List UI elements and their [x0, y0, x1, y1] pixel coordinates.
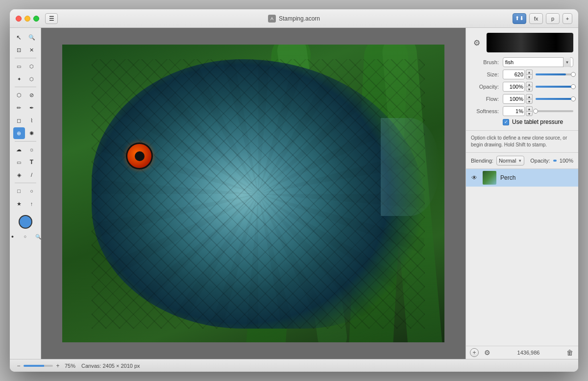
layer-item[interactable]: 👁 Perch	[466, 169, 578, 187]
arrow-shape-tool[interactable]: ↑	[26, 198, 38, 210]
flow-up[interactable]: ▲	[526, 94, 533, 99]
fish-eye	[126, 143, 153, 169]
tools-button[interactable]: ⬆⬇	[513, 13, 526, 24]
brush-dropdown[interactable]: fish ▼	[503, 57, 573, 67]
gear-icon[interactable]: ⚙	[471, 37, 483, 48]
arrow-tool[interactable]: ↖	[13, 31, 25, 43]
flow-input[interactable]	[503, 94, 525, 104]
layer-name: Perch	[500, 174, 574, 181]
size-up[interactable]: ▲	[526, 70, 533, 74]
layer-visibility-toggle[interactable]: 👁	[470, 173, 479, 182]
freehand-select-tool[interactable]: ⬡	[26, 73, 38, 85]
eraser-tool[interactable]: ◻	[13, 115, 25, 126]
sidebar-toggle-button[interactable]: ☰	[45, 13, 58, 24]
brush-value: fish	[505, 59, 514, 65]
blending-label: Blending:	[471, 158, 493, 164]
opacity-down[interactable]: ▼	[526, 87, 533, 92]
tool-row-1: ↖ 🔍	[10, 31, 41, 44]
foreground-color[interactable]	[19, 215, 32, 229]
cloud-tool[interactable]: ☁	[13, 143, 25, 155]
tool-row-3: ▭ ⬡	[10, 60, 41, 72]
smudge-tool[interactable]: ⌇	[26, 115, 38, 126]
opacity-slider-thumb[interactable]	[571, 84, 576, 89]
softness-label: Softness:	[471, 108, 503, 114]
line-tool[interactable]: /	[26, 169, 38, 181]
layer-opacity-slider[interactable]	[553, 160, 557, 162]
size-slider-thumb[interactable]	[571, 72, 576, 77]
brighten-tool[interactable]: ☼	[26, 143, 38, 155]
softness-slider-thumb[interactable]	[533, 109, 538, 114]
app-window: ☰ A Stamping.acorn ⬆⬇ fx p + ↖ �	[10, 9, 578, 372]
zoom-percent: 75%	[65, 363, 75, 369]
opacity-up[interactable]: ▲	[526, 82, 533, 87]
deselect-tool[interactable]: ✕	[26, 44, 38, 56]
layer-thumbnail	[483, 171, 496, 185]
pen-tool[interactable]: ✒	[26, 102, 38, 114]
fx-button[interactable]: fx	[529, 13, 543, 24]
fx-label: fx	[534, 16, 539, 22]
zoom-slider[interactable]	[24, 365, 53, 367]
titlebar-right: ⬆⬇ fx p +	[513, 13, 572, 24]
maximize-button[interactable]	[33, 16, 39, 22]
opacity-slider[interactable]	[536, 86, 573, 88]
zoom-minus-button[interactable]: −	[16, 362, 22, 369]
statusbar: − + 75% Canvas: 2405 × 2010 px	[10, 359, 578, 372]
add-layer-button[interactable]: +	[470, 348, 479, 357]
brush-dropdown-arrow[interactable]: ▼	[563, 57, 571, 67]
crop-tool[interactable]: ⊡	[13, 44, 25, 56]
layer-settings-button[interactable]: ⚙	[483, 348, 491, 357]
add-panel-button[interactable]: +	[563, 13, 572, 24]
zoom-slider-area: − + 75%	[16, 362, 75, 369]
file-icon: A	[268, 15, 276, 23]
softness-up[interactable]: ▲	[526, 106, 533, 111]
right-panel: ⚙ Brush: fish ▼ Size:	[466, 28, 578, 359]
plus-icon: +	[566, 16, 569, 22]
blending-select[interactable]: Normal ▼	[496, 156, 524, 166]
opacity-stepper: ▲ ▼	[526, 82, 533, 92]
opacity-input[interactable]	[503, 82, 525, 92]
tool-row-6: ✏ ✒	[10, 101, 41, 114]
softness-down[interactable]: ▼	[526, 111, 533, 116]
titlebar-center: A Stamping.acorn	[268, 15, 320, 23]
ellipse-shape-tool[interactable]: ○	[26, 185, 38, 197]
blending-dropdown-arrow: ▼	[518, 159, 522, 163]
text-tool[interactable]: T	[26, 156, 38, 168]
p-button[interactable]: p	[546, 13, 560, 24]
heal-tool[interactable]: ✺	[26, 127, 38, 139]
flow-down[interactable]: ▼	[526, 99, 533, 104]
stamp-tool[interactable]: ⊕	[13, 127, 25, 139]
close-button[interactable]	[16, 16, 22, 22]
rect-fill-tool[interactable]: ▭	[13, 156, 25, 168]
eyedropper-tool[interactable]: ⊘	[26, 89, 38, 101]
flow-slider[interactable]	[536, 98, 573, 100]
size-slider[interactable]	[536, 73, 573, 75]
magic-wand-tool[interactable]: ✦	[13, 73, 25, 85]
rect-shape-tool[interactable]: □	[13, 185, 25, 197]
star-tool[interactable]: ★	[13, 198, 25, 210]
layer-thumb-inner	[483, 171, 496, 185]
canvas-area[interactable]	[41, 28, 466, 359]
softness-slider[interactable]	[536, 110, 573, 112]
flow-label: Flow:	[471, 96, 503, 102]
rect-select-tool[interactable]: ▭	[13, 60, 25, 72]
paint-bucket-tool[interactable]: ⬡	[13, 89, 25, 101]
zoom-tool[interactable]: 🔍	[26, 31, 38, 43]
tablet-pressure-checkbox[interactable]	[503, 119, 509, 125]
zoom-fit[interactable]: ○	[20, 231, 31, 242]
zoom-out-small[interactable]: ●	[10, 231, 19, 242]
toolbar: ↖ 🔍 ⊡ ✕ ▭ ⬡ ✦ ⬡ ⬡ ⊘ ✏ ✒	[10, 28, 41, 359]
size-input[interactable]	[503, 70, 525, 79]
pencil-tool[interactable]: ✏	[13, 102, 25, 114]
flow-slider-thumb[interactable]	[571, 96, 576, 101]
size-down[interactable]: ▼	[526, 74, 533, 79]
delete-layer-button[interactable]: 🗑	[565, 348, 574, 357]
zoom-plus-button[interactable]: +	[55, 362, 61, 369]
gradient-tool[interactable]: ◈	[13, 169, 25, 181]
flow-input-group: ▲ ▼	[503, 94, 533, 104]
minimize-button[interactable]	[24, 16, 30, 22]
ellipse-select-tool[interactable]: ⬡	[26, 60, 38, 72]
softness-input[interactable]	[503, 106, 525, 116]
layers-footer: + ⚙ 1436,986 🗑	[466, 346, 578, 359]
flow-stepper: ▲ ▼	[526, 94, 533, 104]
sidebar-toggle-icon: ☰	[49, 15, 54, 22]
